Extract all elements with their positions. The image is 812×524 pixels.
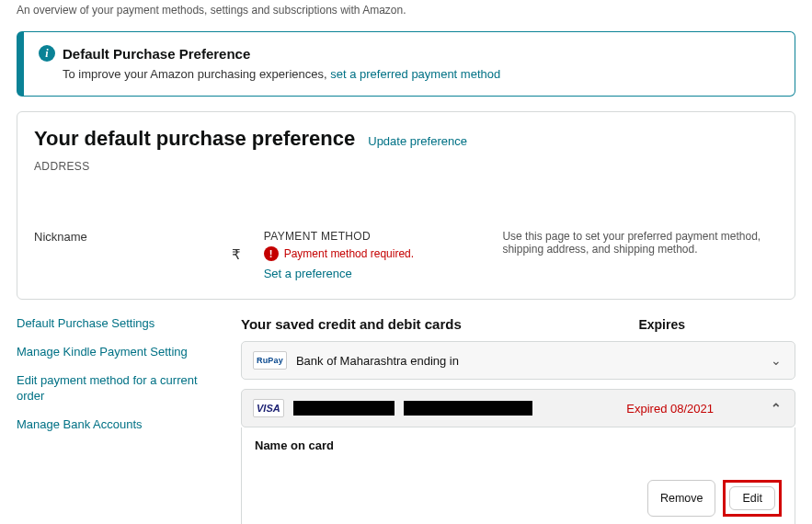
rupay-badge-icon: RuPay xyxy=(253,351,287,370)
sidebar: Default Purchase Settings Manage Kindle … xyxy=(17,316,219,524)
info-icon: i xyxy=(39,45,55,62)
sidebar-item-bank-accounts[interactable]: Manage Bank Accounts xyxy=(17,417,219,433)
default-preference-alert: i Default Purchase Preference To improve… xyxy=(17,31,795,97)
remove-button[interactable]: Remove xyxy=(647,480,716,517)
edit-button[interactable]: Edit xyxy=(729,486,775,510)
panel-title: Your default purchase preference xyxy=(34,127,355,151)
sidebar-item-edit-order-payment[interactable]: Edit payment method for a current order xyxy=(17,373,219,404)
update-preference-link[interactable]: Update preference xyxy=(368,134,467,148)
redacted-bar xyxy=(404,401,532,416)
payment-warning: Payment method required. xyxy=(284,247,414,260)
payment-method-label: PAYMENT METHOD xyxy=(264,230,494,243)
expired-label: Expired 08/2021 xyxy=(626,402,714,416)
set-preferred-link[interactable]: set a preferred payment method xyxy=(330,67,500,81)
page-subtitle: An overview of your payment methods, set… xyxy=(17,4,795,17)
card-row[interactable]: RuPay Bank of Maharashtra ending in ⌄ xyxy=(241,341,795,380)
redacted-bar xyxy=(293,401,395,416)
alert-body: To improve your Amazon purchasing experi… xyxy=(63,67,330,81)
name-on-card-label: Name on card xyxy=(255,439,782,452)
address-label: ADDRESS xyxy=(34,160,778,173)
set-preference-link[interactable]: Set a preference xyxy=(264,267,352,280)
helper-text: Use this page to set your preferred paym… xyxy=(502,230,778,256)
alert-title: Default Purchase Preference xyxy=(63,46,250,62)
sidebar-item-default-settings[interactable]: Default Purchase Settings xyxy=(17,316,219,332)
currency-symbol: ₹ xyxy=(232,246,241,263)
card-row[interactable]: VISA Expired 08/2021 ⌃ xyxy=(241,389,795,427)
warning-icon: ! xyxy=(264,246,279,261)
edit-highlight-box: Edit xyxy=(723,480,782,517)
visa-badge-icon: VISA xyxy=(253,399,284,417)
expires-heading: Expires xyxy=(638,317,685,332)
nickname-label: Nickname xyxy=(34,230,232,244)
chevron-down-icon[interactable]: ⌄ xyxy=(771,353,782,368)
default-preference-panel: Your default purchase preference Update … xyxy=(17,111,795,300)
cards-heading: Your saved credit and debit cards xyxy=(241,316,462,332)
card-description: Bank of Maharashtra ending in xyxy=(296,354,459,368)
card-detail-panel: Name on card Remove Edit xyxy=(241,427,795,524)
sidebar-item-kindle-payment[interactable]: Manage Kindle Payment Setting xyxy=(17,345,219,360)
chevron-up-icon[interactable]: ⌃ xyxy=(771,401,782,416)
